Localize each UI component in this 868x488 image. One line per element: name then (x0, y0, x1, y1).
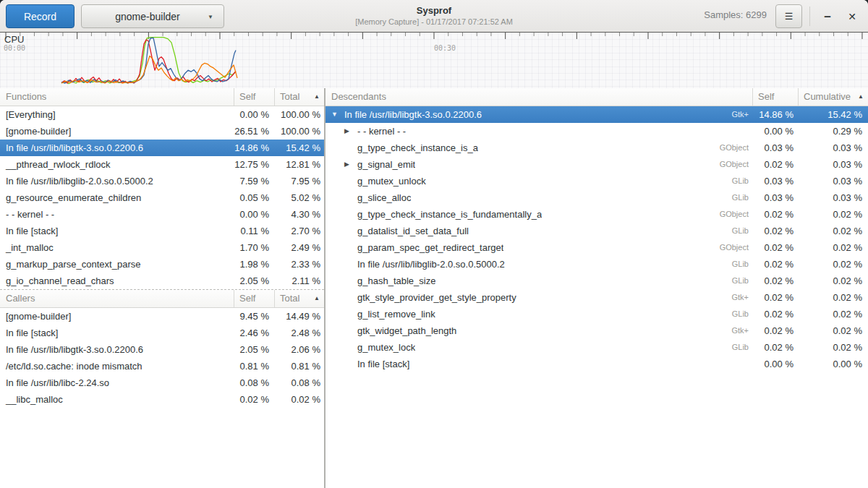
callers-row[interactable]: In file [stack]2.46 %2.48 % (0, 325, 324, 341)
functions-row[interactable]: __pthread_rwlock_rdlock12.75 %12.81 % (0, 156, 324, 173)
functions-row[interactable]: In file /usr/lib/libglib-2.0.so.0.5000.2… (0, 173, 324, 189)
functions-row[interactable]: g_resource_enumerate_children0.05 %5.02 … (0, 189, 324, 206)
self-percent: 0.00 % (234, 106, 274, 123)
cumulative-percent: 0.02 % (798, 322, 868, 339)
functions-column-header[interactable]: Functions (0, 88, 234, 106)
function-name: [gnome-builder] (0, 123, 234, 140)
descendants-column-header[interactable]: Descendants (326, 88, 752, 106)
record-button[interactable]: Record (6, 4, 75, 28)
function-name: In file [stack] (0, 223, 234, 239)
functions-row[interactable]: g_io_channel_read_chars2.05 %2.11 % (0, 273, 324, 289)
descendants-row[interactable]: g_mutex_unlockGLib0.03 %0.03 % (326, 173, 868, 189)
library-tag: GObject (720, 156, 752, 173)
descendants-cumulative-column-header[interactable]: Cumulative ▲ (798, 88, 868, 106)
descendants-row[interactable]: ▶g_signal_emitGObject0.02 %0.03 % (326, 156, 868, 173)
cumulative-percent: 0.03 % (798, 173, 868, 189)
function-name: In file /usr/lib/libgtk-3.so.0.2200.6 (0, 341, 234, 358)
descendant-name-cell: g_datalist_id_set_data_fullGLib (326, 223, 752, 239)
descendant-name-cell: gtk_widget_path_lengthGtk+ (326, 322, 752, 339)
descendants-self-column-header[interactable]: Self (752, 88, 798, 106)
descendants-tree: ▼In file /usr/lib/libgtk-3.so.0.2200.6Gt… (326, 106, 868, 372)
self-percent: 0.02 % (752, 256, 798, 273)
descendants-row[interactable]: gtk_widget_path_lengthGtk+0.02 %0.02 % (326, 322, 868, 339)
function-name: __pthread_rwlock_rdlock (0, 156, 234, 173)
functions-total-column-header[interactable]: Total ▲ (274, 88, 324, 106)
sort-ascending-icon: ▲ (314, 290, 320, 307)
descendants-row[interactable]: g_type_check_instance_is_fundamentally_a… (326, 206, 868, 223)
callers-row[interactable]: __libc_malloc0.02 %0.02 % (0, 391, 324, 408)
descendants-row[interactable]: g_param_spec_get_redirect_targetGObject0… (326, 239, 868, 256)
descendant-name-cell: ▶g_signal_emitGObject (326, 156, 752, 173)
total-percent: 5.02 % (274, 189, 324, 206)
functions-row[interactable]: _int_malloc1.70 %2.49 % (0, 239, 324, 256)
expander-placeholder (344, 339, 357, 356)
descendants-row[interactable]: gtk_style_provider_get_style_propertyGtk… (326, 289, 868, 306)
descendants-row[interactable]: g_hash_table_sizeGLib0.02 %0.02 % (326, 273, 868, 289)
descendants-row[interactable]: g_type_check_instance_is_aGObject0.03 %0… (326, 140, 868, 156)
descendants-row[interactable]: In file [stack]0.00 %0.00 % (326, 356, 868, 372)
menu-button[interactable]: ☰ (775, 4, 802, 28)
functions-self-column-header[interactable]: Self (234, 88, 274, 106)
descendants-row[interactable]: In file /usr/lib/libglib-2.0.so.0.5000.2… (326, 256, 868, 273)
function-name: In file /usr/lib/libglib-2.0.so.0.5000.2 (0, 173, 234, 189)
expander-placeholder (344, 256, 357, 273)
close-button[interactable]: ✕ (841, 4, 864, 28)
descendants-row[interactable]: g_mutex_lockGLib0.02 %0.02 % (326, 339, 868, 356)
function-name: g_type_check_instance_is_a (357, 140, 478, 156)
descendant-name-cell: g_param_spec_get_redirect_targetGObject (326, 239, 752, 256)
callers-self-column-header[interactable]: Self (234, 290, 274, 307)
app-title: Sysprof (217, 4, 651, 17)
minimize-button[interactable]: – (816, 4, 839, 28)
self-percent: 14.86 % (234, 140, 274, 156)
functions-row[interactable]: - - kernel - -0.00 %4.30 % (0, 206, 324, 223)
self-percent: 0.02 % (752, 289, 798, 306)
function-name: g_mutex_unlock (357, 173, 426, 189)
callers-row[interactable]: In file /usr/lib/libc-2.24.so0.08 %0.08 … (0, 374, 324, 391)
function-name: In file /usr/lib/libc-2.24.so (0, 374, 234, 391)
expander-placeholder (344, 189, 357, 206)
callers-row[interactable]: In file /usr/lib/libgtk-3.so.0.2200.62.0… (0, 341, 324, 358)
callers-total-column-header[interactable]: Total ▲ (274, 290, 324, 307)
self-percent: 0.02 % (752, 322, 798, 339)
expander-placeholder (344, 140, 357, 156)
expander-closed-icon[interactable]: ▶ (344, 156, 357, 173)
close-icon: ✕ (848, 11, 856, 22)
functions-row[interactable]: [gnome-builder]26.51 %100.00 % (0, 123, 324, 140)
descendants-row[interactable]: g_slice_allocGLib0.03 %0.03 % (326, 189, 868, 206)
process-selector-dropdown[interactable]: gnome-builder ▼ (81, 4, 224, 28)
descendant-name-cell: gtk_style_provider_get_style_propertyGtk… (326, 289, 752, 306)
expander-open-icon[interactable]: ▼ (331, 106, 344, 123)
sort-ascending-icon: ▲ (858, 88, 864, 106)
self-percent: 0.02 % (752, 273, 798, 289)
descendants-row[interactable]: ▶- - kernel - -0.00 %0.29 % (326, 123, 868, 140)
function-name: In file /usr/lib/libgtk-3.so.0.2200.6 (344, 106, 482, 123)
total-percent: 2.33 % (274, 256, 324, 273)
functions-row[interactable]: In file [stack]0.11 %2.70 % (0, 223, 324, 239)
indent-spacer (331, 322, 344, 339)
callers-row[interactable]: [gnome-builder]9.45 %14.49 % (0, 308, 324, 325)
indent-spacer (331, 156, 344, 173)
self-percent: 1.98 % (234, 256, 274, 273)
functions-row[interactable]: g_markup_parse_context_parse1.98 %2.33 % (0, 256, 324, 273)
descendants-row[interactable]: ▼In file /usr/lib/libgtk-3.so.0.2200.6Gt… (326, 106, 868, 123)
expander-placeholder (344, 306, 357, 322)
cpu-graph-label: CPU (4, 35, 24, 44)
functions-row[interactable]: In file /usr/lib/libgtk-3.so.0.2200.614.… (0, 140, 324, 156)
descendants-row[interactable]: g_list_remove_linkGLib0.02 %0.02 % (326, 306, 868, 322)
chevron-down-icon: ▼ (208, 14, 213, 20)
self-percent: 0.02 % (752, 223, 798, 239)
total-percent: 15.42 % (274, 140, 324, 156)
functions-row[interactable]: [Everything]0.00 %100.00 % (0, 106, 324, 123)
expander-placeholder (344, 273, 357, 289)
library-tag: GObject (720, 239, 752, 256)
expander-closed-icon[interactable]: ▶ (344, 123, 357, 140)
descendants-row[interactable]: g_datalist_id_set_data_fullGLib0.02 %0.0… (326, 223, 868, 239)
cpu-graph[interactable]: CPU 00:00 00:30 (0, 33, 868, 89)
callers-column-header[interactable]: Callers (0, 290, 234, 307)
library-tag: GLib (732, 306, 752, 322)
function-name: - - kernel - - (0, 206, 234, 223)
minimize-icon: – (824, 9, 830, 24)
callers-row[interactable]: /etc/ld.so.cache: inode mismatch0.81 %0.… (0, 358, 324, 374)
callers-header: Callers Self Total ▲ (0, 290, 324, 308)
self-percent: 0.11 % (234, 223, 274, 239)
